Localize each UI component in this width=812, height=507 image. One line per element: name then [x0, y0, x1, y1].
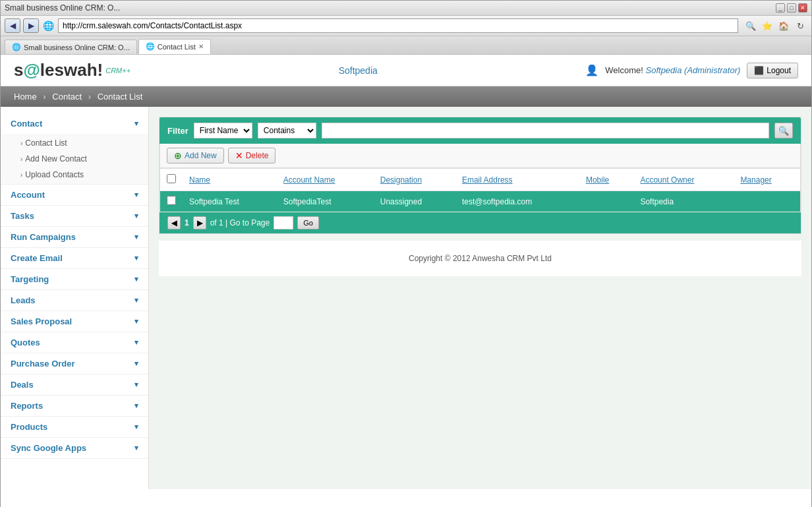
- run-campaigns-label: Run Campaigns: [11, 232, 76, 242]
- chevron-right-icon-11: ▾: [134, 402, 138, 410]
- current-page: 1: [185, 218, 189, 227]
- softpedia-link[interactable]: Softpedia: [339, 65, 378, 76]
- filter-condition-select[interactable]: Contains Equals Starts With: [258, 123, 316, 138]
- welcome-prefix: Welcome!: [605, 65, 643, 75]
- chevron-right-icon-3: ▾: [134, 233, 138, 241]
- sidebar-section-purchase-order: Purchase Order ▾: [1, 353, 148, 374]
- tab-1-label: Small business Online CRM: O...: [24, 44, 130, 51]
- th-name-link[interactable]: Name: [189, 175, 210, 185]
- sidebar-item-products[interactable]: Products ▾: [1, 417, 148, 437]
- browser-tabs: 🌐 Small business Online CRM: O... 🌐 Cont…: [1, 36, 811, 55]
- sidebar-item-upload-contacts[interactable]: › Upload Contacts: [1, 167, 148, 183]
- address-bar[interactable]: [58, 18, 738, 33]
- tab-close-button[interactable]: ✕: [198, 43, 204, 50]
- search-nav-button[interactable]: 🔍: [743, 18, 758, 33]
- page-goto-input[interactable]: [274, 216, 293, 229]
- user-icon: 👤: [585, 64, 598, 76]
- th-manager-link[interactable]: Manager: [740, 175, 771, 185]
- sidebar-contact-submenu: › Contact List › Add New Contact › Uploa…: [1, 134, 148, 184]
- filter-field-select[interactable]: First Name Last Name Email Mobile: [194, 123, 252, 138]
- forward-button[interactable]: ▶: [23, 18, 39, 33]
- sidebar-section-sales-proposal: Sales Proposal ▾: [1, 311, 148, 332]
- sidebar-item-quotes[interactable]: Quotes ▾: [1, 332, 148, 353]
- th-account-owner[interactable]: Account Owner: [633, 169, 734, 191]
- sidebar-item-account[interactable]: Account ▾: [1, 185, 148, 205]
- chevron-right-icon-13: ▾: [134, 444, 138, 452]
- sidebar-item-tasks[interactable]: Tasks ▾: [1, 206, 148, 226]
- logout-button[interactable]: ⬛ Logout: [747, 63, 798, 78]
- th-account-name-link[interactable]: Account Name: [283, 175, 335, 185]
- next-page-button[interactable]: ▶: [193, 216, 206, 229]
- th-email[interactable]: Email Address: [455, 169, 579, 191]
- add-new-button[interactable]: ⊕ Add New: [167, 148, 224, 164]
- close-button[interactable]: ✕: [798, 3, 807, 13]
- select-all-checkbox[interactable]: [167, 174, 176, 183]
- sales-proposal-label: Sales Proposal: [11, 316, 72, 326]
- add-new-contact-label: Add New Contact: [25, 154, 86, 164]
- contact-name-link[interactable]: Softpedia Test: [189, 197, 239, 206]
- chevron-down-icon: ▾: [134, 119, 138, 128]
- sidebar-item-sales-proposal[interactable]: Sales Proposal ▾: [1, 311, 148, 332]
- filter-value-input[interactable]: [322, 123, 769, 138]
- content-area: Filter First Name Last Name Email Mobile…: [149, 107, 811, 489]
- sidebar-item-reports[interactable]: Reports ▾: [1, 396, 148, 416]
- leads-label: Leads: [11, 295, 36, 305]
- sidebar-item-contact-list[interactable]: › Contact List: [1, 135, 148, 151]
- home-nav-button[interactable]: 🏠: [776, 18, 791, 33]
- sidebar-item-contact[interactable]: Contact ▾: [1, 113, 148, 134]
- sync-google-label: Sync Google Apps: [11, 443, 86, 453]
- go-button[interactable]: Go: [297, 216, 319, 229]
- th-manager[interactable]: Manager: [734, 169, 800, 191]
- upload-contacts-label: Upload Contacts: [25, 170, 84, 179]
- maximize-button[interactable]: □: [787, 3, 796, 13]
- th-account-owner-link[interactable]: Account Owner: [640, 175, 694, 185]
- browser-title: Small business Online CRM: O...: [5, 3, 772, 13]
- chevron-right-icon-2: ▾: [134, 212, 138, 220]
- th-email-link[interactable]: Email Address: [462, 175, 513, 185]
- purchase-order-label: Purchase Order: [11, 359, 75, 369]
- minimize-button[interactable]: _: [776, 3, 785, 13]
- favorites-button[interactable]: ⭐: [760, 18, 774, 33]
- breadcrumb-sep-1: ›: [43, 92, 45, 102]
- sidebar-item-leads[interactable]: Leads ▾: [1, 290, 148, 311]
- th-designation[interactable]: Designation: [374, 169, 455, 191]
- refresh-button[interactable]: ↻: [793, 18, 807, 33]
- header-right: 👤 Welcome! Softpedia (Administrator) ⬛ L…: [585, 63, 798, 78]
- tab-contact-list[interactable]: 🌐 Contact List ✕: [138, 39, 211, 54]
- chevron-right-icon-5: ▾: [134, 275, 138, 283]
- tasks-label: Tasks: [11, 211, 34, 221]
- th-designation-link[interactable]: Designation: [380, 175, 422, 185]
- header-center: Softpedia: [130, 65, 585, 76]
- sidebar-section-tasks: Tasks ▾: [1, 206, 148, 227]
- breadcrumb-contact[interactable]: Contact: [52, 92, 82, 102]
- filter-search-button[interactable]: 🔍: [774, 123, 793, 138]
- sidebar-section-targeting: Targeting ▾: [1, 269, 148, 290]
- row-checkbox[interactable]: [167, 196, 176, 205]
- th-account-name[interactable]: Account Name: [277, 169, 374, 191]
- th-mobile[interactable]: Mobile: [579, 169, 633, 191]
- prev-page-button[interactable]: ◀: [167, 216, 181, 229]
- tab-2-icon: 🌐: [146, 42, 155, 51]
- sidebar-item-purchase-order[interactable]: Purchase Order ▾: [1, 353, 148, 374]
- sidebar-item-create-email[interactable]: Create Email ▾: [1, 248, 148, 268]
- back-button[interactable]: ◀: [5, 18, 20, 33]
- sidebar-item-targeting[interactable]: Targeting ▾: [1, 269, 148, 289]
- logo-at: @: [23, 60, 40, 80]
- create-email-label: Create Email: [11, 253, 63, 263]
- tab-2-label: Contact List: [158, 43, 196, 51]
- sidebar-section-products: Products ▾: [1, 417, 148, 438]
- sidebar-item-add-new-contact[interactable]: › Add New Contact: [1, 151, 148, 167]
- th-mobile-link[interactable]: Mobile: [586, 175, 609, 185]
- delete-button[interactable]: ✕ Delete: [228, 148, 276, 164]
- contact-list-label: Contact List: [25, 138, 67, 148]
- th-name[interactable]: Name: [183, 169, 277, 191]
- sidebar-item-run-campaigns[interactable]: Run Campaigns ▾: [1, 227, 148, 247]
- bullet-icon-3: ›: [20, 171, 22, 179]
- breadcrumb-home[interactable]: Home: [14, 92, 37, 102]
- sidebar-item-deals[interactable]: Deals ▾: [1, 374, 148, 395]
- sidebar-item-sync-google[interactable]: Sync Google Apps ▾: [1, 438, 148, 458]
- logo: s@leswah! CRM++: [14, 60, 130, 80]
- th-checkbox: [160, 169, 183, 191]
- tab-1[interactable]: 🌐 Small business Online CRM: O...: [5, 40, 137, 54]
- sidebar-section-leads: Leads ▾: [1, 290, 148, 311]
